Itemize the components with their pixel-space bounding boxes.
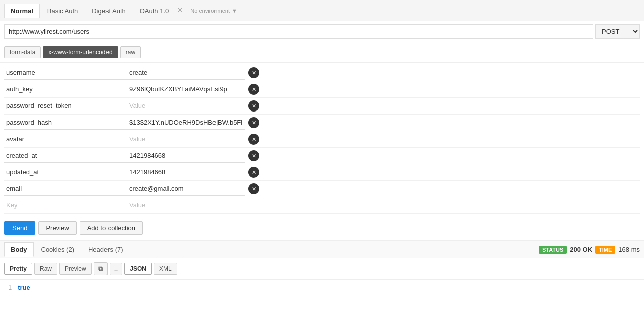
body-btn-urlencoded[interactable]: x-www-form-urlencoded [43, 46, 118, 58]
table-row [4, 81, 640, 98]
remove-btn-auth-key[interactable] [248, 84, 259, 95]
resp-tab-headers[interactable]: Headers (7) [82, 242, 130, 257]
auth-tabs-bar: Normal Basic Auth Digest Auth OAuth 1.0 … [0, 0, 644, 21]
remove-btn-avatar[interactable] [248, 134, 259, 145]
field-value-username[interactable] [127, 66, 245, 80]
table-row [4, 197, 640, 214]
field-key-created-at[interactable] [4, 149, 127, 163]
field-value-email[interactable] [127, 182, 245, 196]
field-value-auth-key[interactable] [127, 82, 245, 96]
field-value-password-hash[interactable] [127, 116, 245, 130]
remove-btn-password-hash[interactable] [248, 117, 259, 128]
field-key-password-reset-token[interactable] [4, 99, 127, 113]
env-label: No environment [190, 8, 230, 14]
line-number: 1 [8, 284, 12, 291]
environment-dropdown[interactable]: No environment ▼ [190, 8, 237, 14]
url-bar: POST GET PUT DELETE PATCH [0, 21, 644, 42]
fmt-btn-pretty[interactable]: Pretty [4, 263, 32, 275]
fmt-btn-json[interactable]: JSON [124, 263, 152, 275]
url-input[interactable] [4, 24, 593, 39]
field-key-avatar[interactable] [4, 132, 127, 146]
field-key-auth-key[interactable] [4, 82, 127, 96]
field-value-new[interactable] [127, 198, 245, 212]
action-bar: Send Preview Add to collection [0, 216, 644, 240]
send-button[interactable]: Send [4, 221, 35, 235]
table-row [4, 115, 640, 131]
status-code: 200 OK [570, 246, 592, 253]
fmt-btn-xml[interactable]: XML [154, 263, 177, 275]
field-key-password-hash[interactable] [4, 116, 127, 130]
field-key-new[interactable] [4, 198, 127, 212]
resp-tab-body[interactable]: Body [4, 242, 34, 257]
method-select[interactable]: POST GET PUT DELETE PATCH [595, 24, 640, 39]
tab-normal[interactable]: Normal [4, 4, 40, 18]
tab-oauth[interactable]: OAuth 1.0 [133, 4, 176, 18]
wrap-icon[interactable]: ≡ [110, 263, 123, 275]
field-value-created-at[interactable] [127, 149, 245, 163]
copy-icon[interactable]: ⧉ [94, 262, 108, 275]
field-value-password-reset-token[interactable] [127, 99, 245, 113]
fmt-btn-preview[interactable]: Preview [59, 263, 92, 275]
table-row [4, 65, 640, 81]
table-row [4, 181, 640, 197]
field-key-username[interactable] [4, 66, 127, 80]
fmt-btn-raw[interactable]: Raw [34, 263, 57, 275]
format-bar: Pretty Raw Preview ⧉ ≡ JSON XML [0, 258, 644, 280]
response-tabs-bar: Body Cookies (2) Headers (7) STATUS 200 … [0, 240, 644, 258]
table-row [4, 164, 640, 181]
body-btn-form-data[interactable]: form-data [4, 46, 41, 58]
add-to-collection-button[interactable]: Add to collection [80, 221, 143, 235]
remove-btn-updated-at[interactable] [248, 167, 259, 178]
preview-button[interactable]: Preview [38, 221, 76, 235]
body-btn-raw[interactable]: raw [120, 46, 141, 58]
response-value: true [18, 284, 30, 291]
time-label: TIME [595, 246, 615, 254]
field-value-avatar[interactable] [127, 132, 245, 146]
field-key-updated-at[interactable] [4, 165, 127, 179]
tab-digest-auth[interactable]: Digest Auth [85, 4, 132, 18]
body-type-bar: form-data x-www-form-urlencoded raw [0, 42, 644, 63]
remove-btn-username[interactable] [248, 67, 259, 78]
field-key-email[interactable] [4, 182, 127, 196]
field-value-updated-at[interactable] [127, 165, 245, 179]
tab-basic-auth[interactable]: Basic Auth [41, 4, 84, 18]
response-body: 1true [0, 280, 644, 310]
table-row [4, 148, 640, 164]
status-badge-area: STATUS 200 OK TIME 168 ms [539, 246, 640, 254]
env-arrow-icon: ▼ [232, 8, 237, 14]
resp-tab-cookies[interactable]: Cookies (2) [35, 242, 81, 257]
form-fields [0, 63, 644, 216]
remove-btn-email[interactable] [248, 183, 259, 194]
time-value: 168 ms [618, 246, 640, 253]
status-label: STATUS [539, 246, 567, 254]
table-row [4, 98, 640, 115]
remove-btn-password-reset-token[interactable] [248, 100, 259, 112]
remove-btn-created-at[interactable] [248, 150, 259, 161]
eye-icon[interactable]: 👁 [176, 6, 184, 15]
table-row [4, 131, 640, 148]
